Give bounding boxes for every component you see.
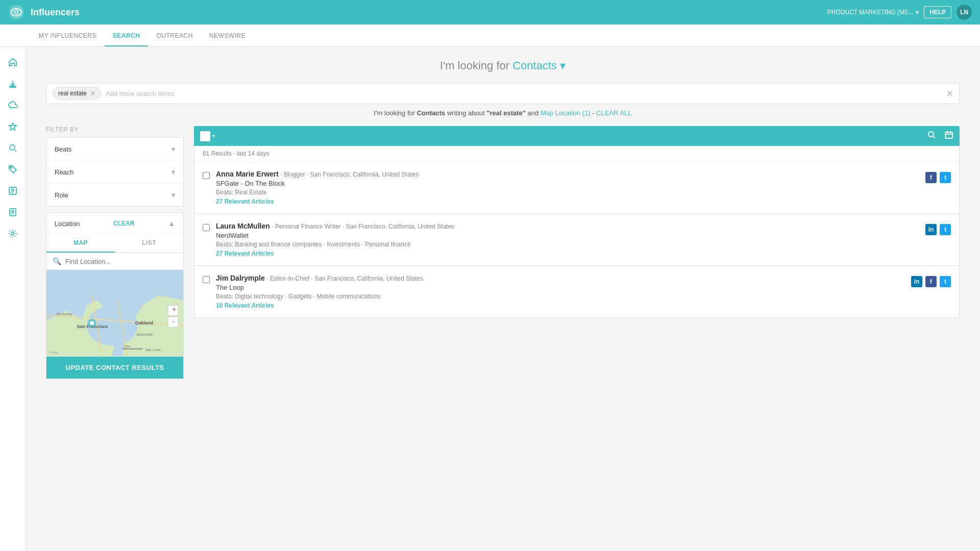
svg-text:-: - — [172, 317, 175, 325]
location-search-input[interactable] — [65, 258, 177, 265]
svg-rect-29 — [122, 348, 143, 349]
top-nav-left: Influencers — [8, 4, 80, 20]
location-chevron: ▲ — [168, 219, 175, 228]
search-bar-clear-icon[interactable]: ✕ — [946, 89, 953, 98]
sidebar-item-star[interactable] — [4, 117, 22, 136]
result-meta-2: · Personal Finance Writer · San Francisc… — [272, 223, 454, 230]
nav-search[interactable]: SEARCH — [105, 26, 149, 46]
result-checkbox-2[interactable] — [203, 224, 210, 231]
result-articles-1[interactable]: 27 Relevant Articles — [216, 198, 919, 205]
result-beats-2: Beats: Banking and finance companies · I… — [216, 241, 919, 248]
map-location-link[interactable]: Map Location (1) — [541, 109, 591, 117]
nav-newswire[interactable]: NEWSWIRE — [201, 26, 254, 46]
sidebar-item-document[interactable] — [4, 203, 22, 221]
map-svg: San Francisco Oakland Alameda Berkeley S… — [46, 270, 183, 356]
filter-beats[interactable]: Beats ▾ — [46, 138, 183, 161]
reach-chevron: ▾ — [172, 168, 175, 176]
result-articles-2[interactable]: 27 Relevant Articles — [216, 250, 919, 257]
location-search-icon: 🔍 — [53, 257, 61, 265]
top-nav-right: PRODUCT MARKETING (ME... ▾ HELP LN — [827, 5, 972, 20]
svg-point-9 — [11, 232, 14, 235]
search-summary: I'm looking for Contacts writing about "… — [46, 109, 960, 117]
social-twitter-1[interactable]: t — [940, 172, 951, 183]
result-checkbox-3[interactable] — [203, 276, 210, 283]
sidebar-item-tag[interactable] — [4, 160, 22, 179]
result-name-1[interactable]: Anna Marie Erwert — [216, 170, 279, 178]
result-outlet-1: SFGate - On The Block — [216, 180, 919, 187]
help-button[interactable]: HELP — [924, 6, 951, 18]
select-all-checkbox[interactable] — [200, 131, 210, 141]
filter-reach[interactable]: Reach ▾ — [46, 161, 183, 184]
toolbar-calendar-icon[interactable] — [944, 130, 953, 142]
svg-point-33 — [928, 132, 934, 137]
app-logo — [8, 4, 24, 20]
role-chevron: ▾ — [172, 191, 175, 199]
result-item: Anna Marie Erwert · Blogger · San Franci… — [194, 162, 960, 214]
sidebar-item-settings[interactable] — [4, 224, 22, 243]
toolbar-search-icon[interactable] — [927, 130, 936, 142]
app-title: Influencers — [31, 7, 80, 18]
top-nav: Influencers PRODUCT MARKETING (ME... ▾ H… — [0, 0, 980, 24]
sidebar-item-import[interactable] — [4, 182, 22, 200]
location-tab-list[interactable]: LIST — [115, 234, 183, 253]
social-linkedin-2[interactable]: in — [925, 224, 937, 235]
result-social-3: in f t — [911, 276, 951, 287]
search-tag-remove[interactable]: ✕ — [90, 89, 96, 97]
two-col-layout: Filter by Beats ▾ Reach ▾ Role ▾ — [46, 126, 960, 379]
filter-label: Filter by — [46, 126, 184, 133]
social-twitter-2[interactable]: t — [940, 224, 951, 235]
search-header: I'm looking for Contacts ▾ — [46, 59, 960, 72]
social-facebook-3[interactable]: f — [925, 276, 937, 287]
search-placeholder[interactable]: Add more search terms — [106, 90, 946, 97]
results-toolbar: ▾ — [194, 126, 960, 146]
user-avatar[interactable]: LN — [957, 5, 972, 20]
svg-text:San Lean...: San Lean... — [145, 348, 164, 352]
search-type[interactable]: Contacts ▾ — [512, 59, 566, 72]
left-sidebar — [0, 47, 26, 551]
clear-all-link[interactable]: CLEAR ALL — [596, 109, 631, 117]
social-twitter-3[interactable]: t — [940, 276, 951, 287]
sidebar-item-home[interactable] — [4, 53, 22, 71]
result-social-1: f t — [925, 172, 951, 183]
sidebar-item-cloud[interactable] — [4, 96, 22, 114]
filter-panel: Filter by Beats ▾ Reach ▾ Role ▾ — [46, 126, 184, 379]
results-count: 81 Results · last 14 days — [194, 146, 960, 162]
result-name-3[interactable]: Jim Dalrymple — [216, 274, 265, 282]
results-panel: ▾ — [194, 126, 960, 379]
update-results-btn[interactable]: UPDATE CONTACT RESULTS — [46, 357, 183, 379]
svg-point-24 — [90, 321, 94, 325]
result-articles-3[interactable]: 10 Relevant Articles — [216, 302, 905, 309]
main-layout: I'm looking for Contacts ▾ real estate ✕… — [0, 47, 980, 551]
account-label[interactable]: PRODUCT MARKETING (ME... ▾ — [827, 9, 919, 16]
search-title: I'm looking for Contacts ▾ — [46, 59, 960, 72]
result-beats-3: Beats: Digital technology · Gadgets · Mo… — [216, 293, 905, 300]
social-linkedin-3[interactable]: in — [911, 276, 922, 287]
select-dropdown[interactable]: ▾ — [212, 133, 215, 139]
result-beats-1: Beats: Real Estate — [216, 189, 919, 196]
result-item-3: Jim Dalrymple · Editor-In-Chief · San Fr… — [194, 266, 960, 318]
location-clear-btn[interactable]: CLEAR — [113, 220, 134, 227]
nav-outreach[interactable]: OUTREACH — [148, 26, 201, 46]
location-tabs: MAP LIST — [46, 234, 183, 253]
svg-text:Berkeley: Berkeley — [57, 312, 72, 316]
result-name-2[interactable]: Laura McMullen — [216, 222, 270, 230]
location-header: Location CLEAR ▲ — [46, 213, 183, 234]
location-tab-map[interactable]: MAP — [46, 234, 115, 253]
svg-text:Oakland: Oakland — [135, 320, 153, 325]
result-checkbox-1[interactable] — [203, 172, 210, 179]
sidebar-item-search[interactable] — [4, 139, 22, 157]
svg-text:10km: 10km — [124, 345, 131, 348]
result-meta-1: · Blogger · San Francisco, California, U… — [281, 171, 419, 178]
nav-my-influencers[interactable]: MY INFLUENCERS — [31, 26, 105, 46]
filter-role[interactable]: Role ▾ — [46, 184, 183, 206]
result-meta-3: · Editor-In-Chief · San Francisco, Calif… — [266, 275, 423, 282]
svg-text:Alameda: Alameda — [137, 332, 153, 337]
sidebar-item-download[interactable] — [4, 74, 22, 93]
search-tag[interactable]: real estate ✕ — [53, 87, 102, 99]
result-outlet-2: NerdWallet — [216, 232, 919, 239]
svg-rect-4 — [10, 86, 16, 87]
svg-point-3 — [15, 11, 17, 13]
map-container: San Francisco Oakland Alameda Berkeley S… — [46, 270, 183, 357]
social-facebook-1[interactable]: f — [925, 172, 937, 183]
svg-point-5 — [10, 145, 15, 150]
